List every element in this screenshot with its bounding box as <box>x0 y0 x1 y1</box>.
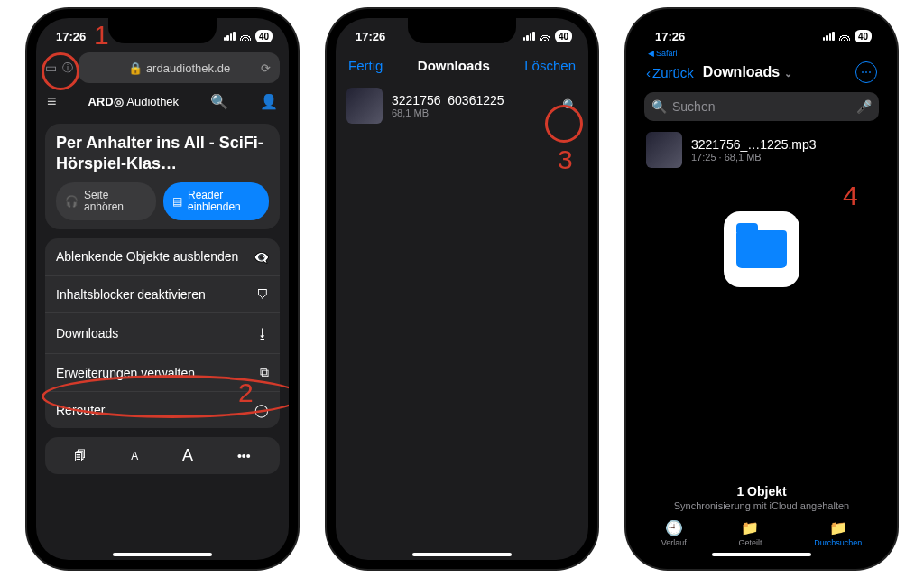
screen-safari-menu: 1 2 17:26 ☾ 40 ▭ ⓘ 🔒 ardaudiothek.de ⟳ ≡ <box>36 18 289 560</box>
back-button[interactable]: ‹ Zurück <box>646 65 694 80</box>
phone-1: 1 2 17:26 ☾ 40 ▭ ⓘ 🔒 ardaudiothek.de ⟳ ≡ <box>27 9 298 569</box>
downloads-nav: Fertig Downloads Löschen <box>336 49 588 82</box>
status-time: 17:26 <box>56 30 86 43</box>
return-to-safari[interactable]: ◀ Safari <box>635 49 888 58</box>
tab-shared[interactable]: 📁 Geteilt <box>738 519 762 547</box>
clear-button[interactable]: Löschen <box>524 58 576 73</box>
tab-recent[interactable]: 🕘 Verlauf <box>661 519 687 547</box>
object-count: 1 Objekt <box>635 484 888 499</box>
chevron-down-icon: ⌄ <box>784 68 792 79</box>
download-filename: 3221756_60361225 <box>392 93 553 107</box>
menu-disable-blockers[interactable]: Inhaltsblocker deaktivieren ⛉ <box>45 276 280 313</box>
file-meta: 17:25 · 68,1 MB <box>691 152 817 163</box>
profile-icon[interactable]: 👤 <box>260 93 278 110</box>
mic-icon[interactable]: 🎤 <box>856 99 872 114</box>
annotation-number-4: 4 <box>843 181 858 211</box>
annotation-number-3: 3 <box>558 144 573 175</box>
notch <box>707 18 816 43</box>
file-name: 3221756_…1225.mp3 <box>691 137 817 152</box>
menu-downloads[interactable]: Downloads ⭳ <box>45 313 280 354</box>
file-thumbnail <box>646 132 682 168</box>
site-header: ≡ ARD◎ Audiothek 🔍 👤 <box>36 87 289 117</box>
annotation-circle-3 <box>545 105 583 143</box>
home-indicator[interactable] <box>712 553 811 556</box>
shield-off-icon: ⛉ <box>256 287 269 302</box>
folder-title[interactable]: Downloads ⌄ <box>703 64 850 80</box>
download-icon: ⭳ <box>256 326 269 340</box>
wifi-icon <box>539 32 551 41</box>
tab-browse[interactable]: 📁 Durchsuchen <box>814 519 862 547</box>
files-nav: ‹ Zurück Downloads ⌄ ⋯ <box>635 58 888 89</box>
download-thumbnail <box>346 88 383 124</box>
folder-icon: 📁 <box>829 519 847 536</box>
more-icon[interactable]: ••• <box>237 449 251 463</box>
wifi-icon <box>838 32 851 41</box>
url-text: ardaudiothek.de <box>146 61 230 75</box>
page-search-icon[interactable]: 🗐 <box>74 449 87 463</box>
battery-icon: 40 <box>555 30 572 42</box>
page-tools: 🗐 A A ••• <box>45 437 280 474</box>
files-tabbar: 🕘 Verlauf 📁 Geteilt 📁 Durchsuchen <box>635 519 888 547</box>
home-indicator[interactable] <box>113 553 212 556</box>
downloads-title: Downloads <box>418 58 490 73</box>
search-icon: 🔍 <box>651 99 667 114</box>
battery-icon: 40 <box>255 30 273 42</box>
reload-icon[interactable]: ⟳ <box>261 61 271 75</box>
shared-folder-icon: 📁 <box>741 519 759 536</box>
status-time: 17:26 <box>356 30 385 43</box>
text-smaller-button[interactable]: A <box>131 450 138 462</box>
screen-files-app: 4 17:26 ☾ 40 ◀ Safari ‹ Zurück Downloads… <box>635 18 888 560</box>
folder-icon <box>736 230 787 268</box>
reader-icon: ▤ <box>172 195 182 208</box>
listen-page-button[interactable]: 🎧 Seite anhören <box>56 182 156 220</box>
signal-icon <box>823 32 835 41</box>
clock-icon: 🕘 <box>665 519 683 536</box>
signal-icon <box>523 32 535 41</box>
phone-2: 3 17:26 ☾ 40 Fertig Downloads Löschen 32… <box>327 9 597 569</box>
hamburger-icon[interactable]: ≡ <box>47 92 57 111</box>
search-input[interactable]: 🔍 Suchen 🎤 <box>644 92 879 121</box>
phone-3: 4 17:26 ☾ 40 ◀ Safari ‹ Zurück Downloads… <box>626 9 897 569</box>
headphones-icon: 🎧 <box>65 195 79 208</box>
url-bar[interactable]: 🔒 ardaudiothek.de ⟳ <box>79 52 280 83</box>
reader-panel: Per Anhalter ins All - SciFi-Hörspiel-Kl… <box>45 124 280 229</box>
sync-status: Synchronisierung mit iCloud angehalten <box>635 500 888 511</box>
status-right: 40 <box>224 30 273 42</box>
notch <box>108 18 217 43</box>
file-row[interactable]: 3221756_…1225.mp3 17:25 · 68,1 MB <box>635 125 888 175</box>
wifi-icon <box>239 32 252 41</box>
notch <box>408 18 516 43</box>
annotation-number-1: 1 <box>94 20 109 51</box>
status-time: 17:26 <box>655 30 685 43</box>
ard-logo[interactable]: ARD◎ Audiothek <box>88 95 179 108</box>
menu-hide-distractions[interactable]: Ablenkende Objekte ausblenden 👁‍🗨 <box>45 238 280 276</box>
home-indicator[interactable] <box>412 553 512 556</box>
more-button[interactable]: ⋯ <box>855 61 877 83</box>
done-button[interactable]: Fertig <box>348 58 383 73</box>
download-filesize: 68,1 MB <box>392 107 553 118</box>
puzzle-icon: ⧉ <box>260 365 269 380</box>
signal-icon <box>224 32 236 41</box>
page-title: Per Anhalter ins All - SciFi-Hörspiel-Kl… <box>56 133 269 173</box>
annotation-number-2: 2 <box>238 378 254 408</box>
search-icon[interactable]: 🔍 <box>210 93 228 110</box>
lock-icon: 🔒 <box>128 61 143 75</box>
annotation-circle-1 <box>42 52 79 90</box>
text-bigger-button[interactable]: A <box>182 446 193 465</box>
files-app-icon <box>724 211 799 287</box>
battery-icon: 40 <box>855 30 872 42</box>
screen-downloads-sheet: 3 17:26 ☾ 40 Fertig Downloads Löschen 32… <box>336 18 588 560</box>
search-placeholder: Suchen <box>672 99 715 114</box>
show-reader-button[interactable]: ▤ Reader einblenden <box>163 182 269 220</box>
eye-off-icon: 👁‍🗨 <box>254 250 269 265</box>
